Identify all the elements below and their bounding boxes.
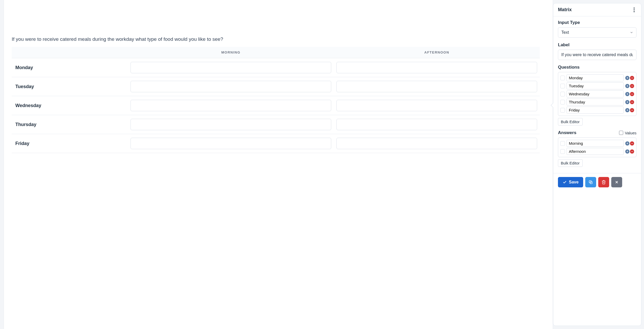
remove-row-icon[interactable]: − [630, 141, 634, 146]
matrix-cell-input[interactable] [336, 100, 537, 111]
values-checkbox[interactable] [619, 131, 623, 135]
matrix-cell-input[interactable] [131, 62, 331, 73]
drag-handle[interactable] [560, 100, 565, 104]
matrix-cell-input[interactable] [336, 119, 537, 130]
answers-list: +−+− [558, 137, 636, 157]
matrix-cell-input[interactable] [131, 81, 331, 92]
matrix-row-label: Friday [12, 134, 128, 153]
question-input[interactable] [567, 82, 624, 89]
matrix-cell-input[interactable] [336, 62, 537, 73]
more-options-icon[interactable] [632, 8, 636, 12]
drag-handle[interactable] [560, 84, 565, 88]
matrix-row: Thursday [12, 115, 540, 134]
values-toggle[interactable]: Values [619, 131, 636, 135]
remove-row-icon[interactable]: − [630, 100, 634, 104]
add-row-icon[interactable]: + [625, 92, 629, 96]
input-type-select[interactable]: Text [558, 27, 636, 38]
matrix-row: Friday [12, 134, 540, 153]
label-input[interactable] [558, 50, 636, 60]
input-type-label: Input Type [558, 20, 636, 25]
answer-row: +− [560, 148, 634, 155]
question-label: If you were to receive catered meals dur… [12, 36, 540, 42]
close-icon [615, 180, 619, 184]
matrix-question-block: If you were to receive catered meals dur… [12, 36, 540, 153]
drag-handle[interactable] [560, 149, 565, 154]
questions-section-label: Questions [558, 65, 636, 70]
answers-bulk-editor-button[interactable]: Bulk Editor [558, 159, 583, 167]
remove-row-icon[interactable]: − [630, 108, 634, 112]
add-row-icon[interactable]: + [625, 141, 629, 146]
drag-handle[interactable] [560, 76, 565, 80]
question-row: +− [560, 107, 634, 114]
remove-row-icon[interactable]: − [630, 149, 634, 154]
question-input[interactable] [567, 74, 624, 81]
duplicate-button[interactable] [585, 177, 596, 187]
drag-handle[interactable] [560, 141, 565, 146]
questions-list: +−+−+−+−+− [558, 72, 636, 116]
matrix-table: MORNING AFTERNOON MondayTuesdayWednesday… [12, 47, 540, 153]
question-row: +− [560, 74, 634, 81]
values-label: Values [625, 131, 636, 135]
matrix-col-header: AFTERNOON [334, 47, 540, 58]
matrix-row: Tuesday [12, 77, 540, 96]
matrix-row: Monday [12, 58, 540, 77]
input-type-value[interactable]: Text [558, 27, 636, 38]
question-input[interactable] [567, 107, 624, 114]
drag-handle[interactable] [560, 108, 565, 113]
matrix-cell-input[interactable] [336, 81, 537, 92]
question-row: +− [560, 82, 634, 89]
matrix-row-label: Monday [12, 58, 128, 77]
form-canvas: If you were to receive catered meals dur… [4, 0, 553, 329]
answer-input[interactable] [567, 148, 624, 155]
copy-icon [588, 180, 593, 185]
add-row-icon[interactable]: + [625, 108, 629, 112]
save-button[interactable]: Save [558, 177, 583, 187]
matrix-col-header: MORNING [128, 47, 334, 58]
answers-section-label: Answers [558, 130, 576, 135]
question-row: +− [560, 98, 634, 106]
matrix-row-label: Thursday [12, 115, 128, 134]
add-row-icon[interactable]: + [625, 84, 629, 88]
save-button-label: Save [569, 180, 578, 185]
matrix-row-label: Tuesday [12, 77, 128, 96]
trash-icon [601, 180, 606, 185]
question-input[interactable] [567, 98, 624, 106]
delete-button[interactable] [598, 177, 609, 187]
panel-footer: Save [553, 173, 641, 192]
add-row-icon[interactable]: + [625, 100, 629, 104]
matrix-corner-cell [12, 47, 128, 58]
check-icon [563, 180, 567, 184]
add-row-icon[interactable]: + [625, 76, 629, 80]
panel-header: Matrix [553, 3, 641, 16]
close-button[interactable] [611, 177, 622, 187]
question-input[interactable] [567, 90, 624, 97]
matrix-row: Wednesday [12, 96, 540, 115]
add-row-icon[interactable]: + [625, 149, 629, 154]
matrix-cell-input[interactable] [131, 138, 331, 149]
panel-body: Input Type Text Label Questions +−+−+−+−… [553, 16, 641, 173]
answer-row: +− [560, 140, 634, 147]
remove-row-icon[interactable]: − [630, 84, 634, 88]
matrix-cell-input[interactable] [131, 100, 331, 111]
panel-title: Matrix [558, 7, 572, 12]
matrix-cell-input[interactable] [131, 119, 331, 130]
matrix-cell-input[interactable] [336, 138, 537, 149]
answer-input[interactable] [567, 140, 624, 147]
remove-row-icon[interactable]: − [630, 92, 634, 96]
questions-bulk-editor-button[interactable]: Bulk Editor [558, 118, 583, 126]
drag-handle[interactable] [560, 92, 565, 96]
properties-panel: Matrix Input Type Text Label Questions +… [553, 3, 641, 326]
label-field-label: Label [558, 42, 636, 48]
question-row: +− [560, 90, 634, 97]
remove-row-icon[interactable]: − [630, 76, 634, 80]
matrix-row-label: Wednesday [12, 96, 128, 115]
